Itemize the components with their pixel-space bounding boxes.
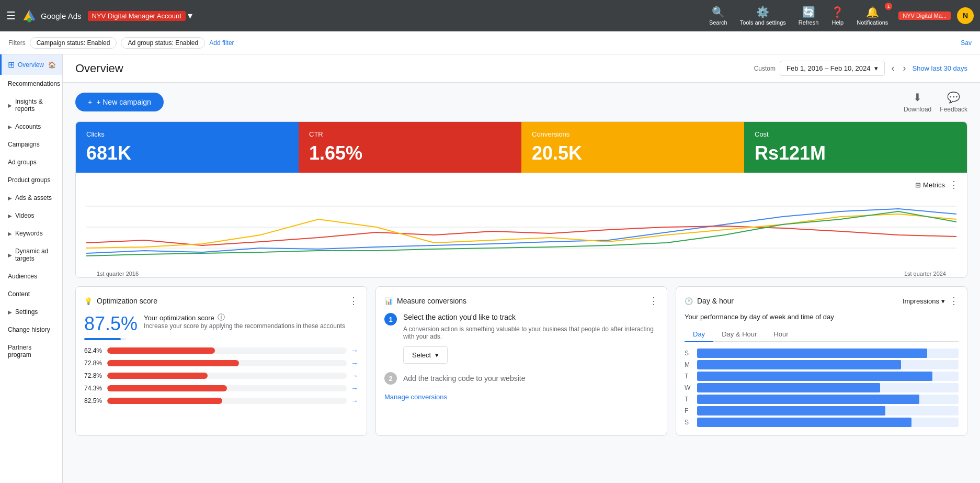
day-label-w: W xyxy=(685,384,693,391)
page-title: Overview xyxy=(75,62,754,75)
sidebar-item-accounts[interactable]: ▶ Accounts xyxy=(0,118,62,136)
impressions-dropdown-icon: ▾ xyxy=(941,297,945,305)
search-icon: 🔍 xyxy=(712,6,725,18)
opt-help-icon[interactable]: ⓘ xyxy=(218,313,225,322)
save-button[interactable]: Sav xyxy=(961,39,972,47)
date-range-picker[interactable]: Feb 1, 2016 – Feb 10, 2024 ▾ xyxy=(780,61,885,76)
user-info-block[interactable]: NYV Digital Ma... xyxy=(898,12,951,20)
show-last-button[interactable]: Show last 30 days xyxy=(912,64,967,72)
sidebar-item-videos[interactable]: ▶ Videos xyxy=(0,207,62,224)
new-campaign-button[interactable]: + + New campaign xyxy=(75,93,164,111)
sidebar-item-campaigns[interactable]: Campaigns xyxy=(0,136,62,153)
opt-label-0: 62.4% xyxy=(84,347,103,354)
campaign-status-filter[interactable]: Campaign status: Enabled xyxy=(30,37,117,49)
ctr-label: CTR xyxy=(309,130,511,138)
svg-point-2 xyxy=(27,18,31,22)
refresh-nav-button[interactable]: 🔄 Refresh xyxy=(793,4,824,28)
sidebar-item-keywords[interactable]: ▶ Keywords xyxy=(0,224,62,242)
clicks-label: Clicks xyxy=(86,130,288,138)
cost-label: Cost xyxy=(755,130,956,138)
feedback-button[interactable]: 💬 Feedback xyxy=(940,91,967,113)
expand-accounts-icon: ▶ xyxy=(8,124,12,130)
ctr-value: 1.65% xyxy=(309,142,511,164)
opt-arrow-3[interactable]: → xyxy=(351,384,358,392)
day-card-menu[interactable]: ⋮ xyxy=(949,295,959,307)
app-name: Google Ads xyxy=(41,12,82,20)
opt-bar-0 xyxy=(107,347,347,354)
download-icon: ⬇ xyxy=(913,91,922,104)
expand-keywords-icon: ▶ xyxy=(8,231,12,237)
day-bar-m xyxy=(697,360,901,369)
metric-clicks[interactable]: Clicks 681K xyxy=(76,122,299,173)
tab-day[interactable]: Day xyxy=(685,327,713,342)
sidebar-item-ad-groups[interactable]: Ad groups xyxy=(0,153,62,171)
day-row-sunday1: S xyxy=(685,349,959,358)
opt-arrow-0[interactable]: → xyxy=(351,346,358,355)
app-logo: Google Ads xyxy=(22,8,82,23)
hamburger-menu[interactable]: ☰ xyxy=(6,9,16,22)
search-nav-button[interactable]: 🔍 Search xyxy=(704,4,733,28)
notifications-nav-button[interactable]: 🔔 1 Notifications xyxy=(851,4,893,28)
account-dropdown-arrow[interactable]: ▾ xyxy=(188,10,192,21)
opt-card-header: 💡 Optimization score ⋮ xyxy=(84,295,358,307)
metrics-button[interactable]: ⊞ Metrics xyxy=(915,181,945,189)
sidebar-item-insights[interactable]: ▶ Insights & reports xyxy=(0,93,62,118)
opt-item-1: 72.8% → xyxy=(84,359,358,367)
manage-conversions-link[interactable]: Manage conversions xyxy=(384,393,447,401)
sidebar-item-product-groups[interactable]: Product groups xyxy=(0,171,62,189)
opt-arrow-4[interactable]: → xyxy=(351,397,358,405)
sidebar-item-settings[interactable]: ▶ Settings xyxy=(0,303,62,321)
account-name-badge: NYV Digital Manager Account xyxy=(88,11,186,21)
expand-dynamic-icon: ▶ xyxy=(8,252,12,258)
opt-arrow-1[interactable]: → xyxy=(351,359,358,367)
day-label-m: M xyxy=(685,361,693,368)
help-nav-button[interactable]: ❓ Help xyxy=(826,4,849,28)
day-row-tuesday: T xyxy=(685,372,959,381)
tab-hour[interactable]: Hour xyxy=(765,327,796,342)
metric-ctr[interactable]: CTR 1.65% xyxy=(299,122,521,173)
chart-more-options[interactable]: ⋮ xyxy=(949,179,959,190)
performance-chart xyxy=(86,185,956,269)
chart-x-label-right: 1st quarter 2024 xyxy=(904,271,946,277)
conv-card-menu[interactable]: ⋮ xyxy=(649,295,658,307)
overview-icon: ⊞ xyxy=(8,60,15,70)
overview-header: Overview Custom Feb 1, 2016 – Feb 10, 20… xyxy=(63,54,980,83)
metric-conversions[interactable]: Conversions 20.5K xyxy=(521,122,744,173)
measure-conversions-card: 📊 Measure conversions ⋮ 1 Select the act… xyxy=(375,286,667,436)
impressions-dropdown[interactable]: Impressions ▾ xyxy=(903,297,945,305)
download-button[interactable]: ⬇ Download xyxy=(904,91,931,113)
date-prev-arrow[interactable]: ‹ xyxy=(889,61,896,76)
notification-badge: 1 xyxy=(885,3,892,10)
user-avatar[interactable]: N xyxy=(957,7,974,24)
tools-settings-nav-button[interactable]: ⚙️ Tools and settings xyxy=(735,4,791,28)
day-row-monday: M xyxy=(685,360,959,369)
expand-insights-icon: ▶ xyxy=(8,103,12,108)
opt-label-1: 72.8% xyxy=(84,360,103,367)
add-filter-button[interactable]: Add filter xyxy=(209,39,234,47)
sidebar-item-change-history[interactable]: Change history xyxy=(0,321,62,339)
bottom-cards: 💡 Optimization score ⋮ 87.5% xyxy=(75,286,967,436)
opt-bar-3 xyxy=(107,385,347,391)
opt-arrow-2[interactable]: → xyxy=(351,372,358,380)
sidebar-item-overview[interactable]: ⊞ Overview 🏠 xyxy=(0,54,62,75)
date-dropdown-icon: ▾ xyxy=(874,64,878,72)
metric-cost[interactable]: Cost Rs121M xyxy=(744,122,967,173)
ad-group-status-filter[interactable]: Ad group status: Enabled xyxy=(121,37,205,49)
tab-day-hour[interactable]: Day & Hour xyxy=(713,327,765,342)
sidebar-item-audiences[interactable]: Audiences xyxy=(0,267,62,285)
sidebar-item-partners[interactable]: Partners program xyxy=(0,339,62,364)
opt-item-3: 74.3% → xyxy=(84,384,358,392)
sidebar-item-ads-assets[interactable]: ▶ Ads & assets xyxy=(0,189,62,207)
optimization-icon: 💡 xyxy=(84,297,93,305)
select-button[interactable]: Select ▾ xyxy=(403,346,448,364)
opt-card-title: Optimization score xyxy=(97,297,345,305)
day-label-f: F xyxy=(685,407,693,414)
sidebar-item-recommendations[interactable]: Recommendations xyxy=(0,75,62,93)
step1-number: 1 xyxy=(384,313,397,325)
opt-score-desc: Your optimization score xyxy=(144,314,214,322)
opt-card-menu[interactable]: ⋮ xyxy=(349,295,358,307)
sidebar-item-dynamic-ad[interactable]: ▶ Dynamic ad targets xyxy=(0,242,62,267)
date-next-arrow[interactable]: › xyxy=(901,61,908,76)
opt-label-2: 72.8% xyxy=(84,372,103,379)
sidebar-item-content[interactable]: Content xyxy=(0,285,62,303)
